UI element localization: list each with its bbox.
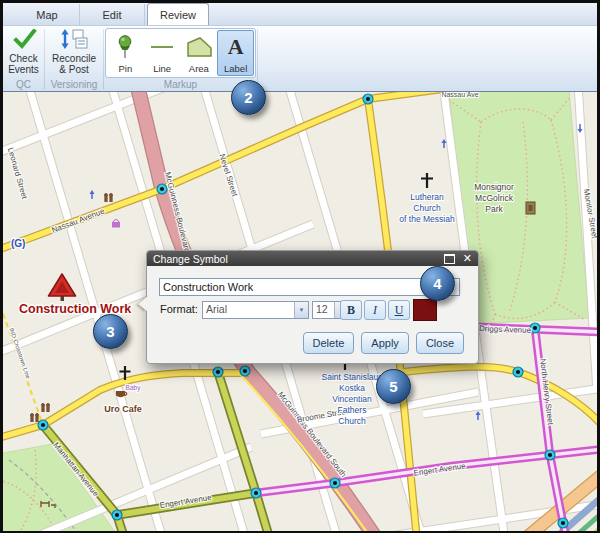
area-tool-button[interactable]: Area xyxy=(181,30,218,76)
markup-group-label: Markup xyxy=(164,78,197,91)
letter-a-icon: A xyxy=(228,31,244,63)
green-checkmark-icon xyxy=(9,29,39,53)
line-icon xyxy=(148,31,176,63)
delete-button[interactable]: Delete xyxy=(303,332,355,354)
street-label: Driggs Avenue xyxy=(479,324,532,335)
park-label: Monsignor xyxy=(474,182,514,192)
pin-label: Pin xyxy=(119,63,133,74)
pushpin-icon xyxy=(113,31,137,63)
close-icon[interactable]: ✕ xyxy=(463,253,472,264)
tab-review[interactable]: Review xyxy=(147,3,209,25)
tab-map[interactable]: Map xyxy=(15,4,80,25)
reconcile-versions-icon xyxy=(58,29,90,53)
poi-label: Baby xyxy=(126,384,142,392)
poi-label: Vincentian xyxy=(332,394,372,404)
qc-group-label: QC xyxy=(16,78,31,91)
reconcile-post-button[interactable]: Reconcile & Post xyxy=(48,26,100,78)
font-size-value: 12 xyxy=(313,302,334,318)
maximize-icon[interactable] xyxy=(444,254,455,264)
poi-label: Lutheran xyxy=(410,192,444,202)
text-color-swatch[interactable] xyxy=(413,299,437,321)
apply-button[interactable]: Apply xyxy=(361,332,409,354)
versioning-group-label: Versioning xyxy=(51,78,98,91)
close-button[interactable]: Close xyxy=(416,332,464,354)
area-label: Area xyxy=(189,63,209,74)
tab-edit[interactable]: Edit xyxy=(80,4,145,25)
park-label: Park xyxy=(485,204,503,214)
qc-group: Check Events QC xyxy=(3,26,44,91)
markup-group: Pin Line Area A Label xyxy=(104,26,257,91)
poi-label: Church xyxy=(413,203,441,213)
check-events-button[interactable]: Check Events xyxy=(5,26,43,78)
poi-label: Fathers xyxy=(338,405,367,415)
font-family-value: Arial xyxy=(203,302,294,318)
reconcile-post-label: Reconcile & Post xyxy=(48,54,100,75)
ribbon-tab-row: Map Edit Review xyxy=(3,3,597,26)
polygon-icon xyxy=(184,31,214,63)
line-label: Line xyxy=(153,63,171,74)
park-building-icon xyxy=(526,202,535,214)
italic-button[interactable]: I xyxy=(364,300,386,320)
street-label: Nassau Ave xyxy=(441,92,478,98)
format-label: Format: xyxy=(160,303,198,315)
check-events-label: Check Events xyxy=(5,54,43,75)
poi-label: Saint Stanislaus xyxy=(322,372,383,382)
underline-button[interactable]: U xyxy=(388,300,410,320)
poi-label: of the Messiah xyxy=(399,214,455,224)
bold-button[interactable]: B xyxy=(340,300,362,320)
callout-step-4: 4 xyxy=(420,266,455,301)
poi-label: Kostka xyxy=(339,383,365,393)
group-separator xyxy=(257,29,258,89)
line-tool-button[interactable]: Line xyxy=(144,30,181,76)
chevron-down-icon[interactable]: ▼ xyxy=(294,302,308,318)
dialog-button-row: Delete Apply Close xyxy=(303,332,464,354)
label-label: Label xyxy=(224,63,247,74)
label-text-input[interactable] xyxy=(159,278,460,296)
label-tool-button[interactable]: A Label xyxy=(217,30,254,76)
poi-label: Uro Cafe xyxy=(104,404,142,414)
subway-station-label: (G) xyxy=(11,238,25,249)
callout-step-3: 3 xyxy=(93,314,128,349)
dialog-pointer xyxy=(138,297,147,311)
dialog-title-bar: Change Symbol ✕ xyxy=(147,251,478,266)
callout-step-5: 5 xyxy=(376,369,411,404)
poi-label: Church xyxy=(338,416,366,426)
versioning-group: Reconcile & Post Versioning xyxy=(45,26,103,91)
dialog-title: Change Symbol xyxy=(153,253,444,265)
ribbon: Map Edit Review Check Events QC xyxy=(3,3,597,91)
markup-panel: Pin Line Area A Label xyxy=(105,28,256,78)
ribbon-body: Check Events QC Reconcile xyxy=(3,26,597,92)
pin-tool-button[interactable]: Pin xyxy=(107,30,144,76)
park-label: McGolrick xyxy=(475,193,514,203)
font-family-select[interactable]: Arial ▼ xyxy=(202,301,309,319)
callout-step-2: 2 xyxy=(231,80,266,115)
